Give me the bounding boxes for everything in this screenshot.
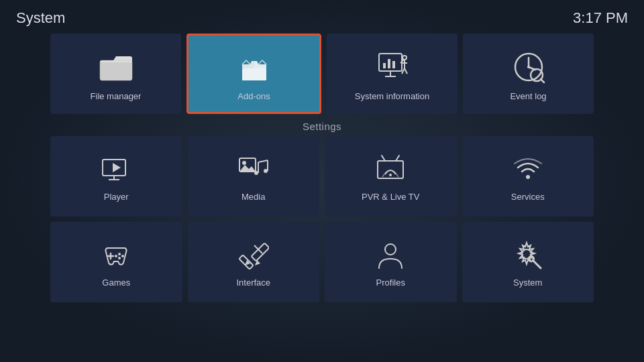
svg-rect-2 — [242, 68, 266, 80]
addons-icon — [237, 50, 272, 84]
tile-system-label: System — [513, 278, 542, 288]
svg-line-19 — [541, 79, 544, 82]
svg-point-10 — [402, 56, 407, 60]
svg-point-49 — [385, 244, 396, 255]
tile-add-ons[interactable]: Add-ons — [186, 34, 321, 114]
tile-profiles-label: Profiles — [376, 278, 405, 288]
profiles-icon — [375, 240, 406, 271]
tile-system-information-label: System information — [355, 91, 429, 101]
tile-interface-label: Interface — [236, 278, 270, 288]
tile-file-manager[interactable]: File manager — [50, 34, 181, 114]
media-icon — [238, 154, 269, 185]
tile-system-information[interactable]: System information — [327, 34, 458, 114]
tile-event-log[interactable]: Event log — [463, 34, 594, 114]
svg-rect-6 — [392, 61, 395, 68]
system-icon — [513, 240, 543, 271]
pvr-icon — [375, 154, 406, 185]
tile-games[interactable]: Games — [50, 222, 182, 302]
eventlog-icon — [511, 50, 546, 84]
svg-point-36 — [389, 174, 392, 176]
tile-games-label: Games — [102, 278, 130, 288]
svg-point-41 — [121, 255, 124, 257]
folder-icon — [99, 50, 133, 84]
top-tiles-row: File manager Add-ons — [0, 34, 644, 114]
page-title: System — [16, 9, 65, 27]
svg-point-40 — [118, 253, 121, 255]
tile-file-manager-label: File manager — [91, 91, 142, 101]
svg-point-26 — [242, 161, 246, 165]
settings-section-label: Settings — [0, 121, 644, 132]
svg-point-37 — [526, 175, 530, 179]
tile-player-label: Player — [104, 192, 129, 202]
svg-line-14 — [405, 68, 407, 74]
interface-icon — [238, 240, 269, 271]
svg-line-35 — [396, 156, 399, 161]
svg-line-51 — [533, 260, 541, 268]
tile-event-log-label: Event log — [510, 91, 546, 101]
player-icon — [101, 154, 131, 185]
tile-system[interactable]: System — [462, 222, 594, 302]
tile-profiles[interactable]: Profiles — [325, 222, 457, 302]
games-icon — [101, 240, 131, 271]
tile-add-ons-label: Add-ons — [237, 91, 270, 101]
tile-services[interactable]: Services — [462, 136, 594, 217]
settings-grid: Player Media PVR & — [0, 136, 644, 302]
svg-line-34 — [382, 156, 385, 161]
sysinfo-icon — [375, 50, 410, 84]
tile-pvr-live-tv-label: PVR & Live TV — [362, 192, 419, 202]
svg-line-28 — [258, 160, 268, 162]
svg-point-43 — [115, 255, 117, 257]
svg-rect-4 — [383, 63, 386, 68]
svg-marker-22 — [113, 163, 121, 172]
svg-point-32 — [264, 169, 268, 173]
svg-marker-27 — [239, 165, 256, 172]
clock: 3:17 PM — [573, 9, 628, 27]
svg-rect-5 — [388, 59, 390, 68]
tile-media[interactable]: Media — [188, 136, 320, 217]
tile-services-label: Services — [511, 192, 545, 202]
svg-rect-0 — [100, 60, 132, 80]
svg-point-31 — [254, 171, 258, 175]
tile-pvr-live-tv[interactable]: PVR & Live TV — [325, 136, 457, 217]
svg-point-42 — [118, 257, 121, 259]
svg-point-20 — [527, 66, 530, 68]
tile-player[interactable]: Player — [50, 136, 182, 217]
header: System 3:17 PM — [0, 0, 644, 31]
tile-media-label: Media — [241, 192, 265, 202]
tile-interface[interactable]: Interface — [188, 222, 320, 302]
services-icon — [513, 154, 543, 185]
